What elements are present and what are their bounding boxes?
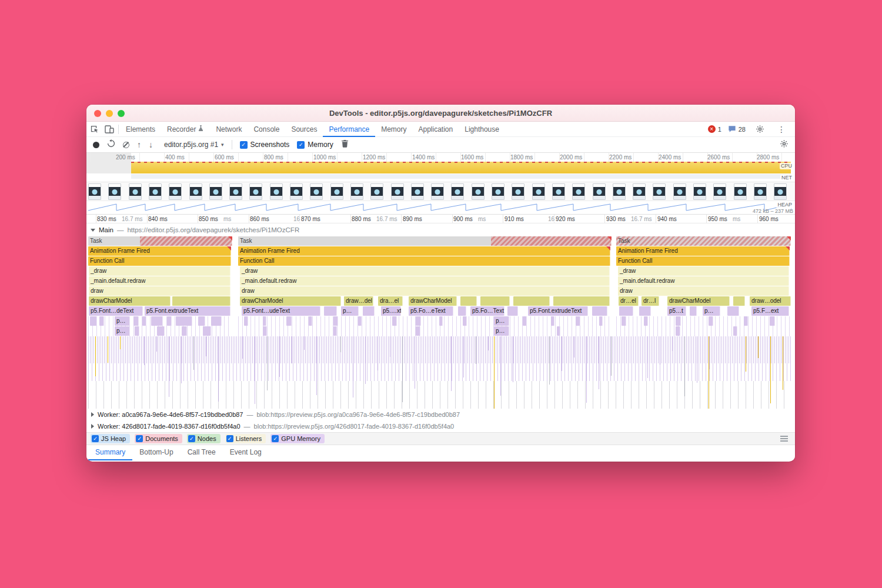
flame-bar-draw[interactable]: _draw xyxy=(618,266,789,276)
flame-bar[interactable] xyxy=(676,316,681,326)
flame-bar-p[interactable]: p… xyxy=(115,326,130,336)
flame-bar-p5-xt[interactable]: p5.…xt xyxy=(381,306,401,316)
flame-bar[interactable] xyxy=(333,326,337,336)
flame-bar-drawcharmodel[interactable]: drawCharModel xyxy=(409,296,457,306)
flame-bar[interactable] xyxy=(599,316,603,326)
flame-bar[interactable] xyxy=(576,316,580,326)
screenshot-thumbnail[interactable] xyxy=(88,183,101,200)
screenshots-toggle[interactable]: Screenshots xyxy=(240,141,290,149)
flame-bar[interactable] xyxy=(744,316,748,326)
bottom-tab-call-tree[interactable]: Call Tree xyxy=(181,445,223,460)
flame-bar[interactable] xyxy=(151,316,163,326)
flame-bar[interactable] xyxy=(622,316,626,326)
flame-bar[interactable] xyxy=(198,316,205,326)
flame-bar[interactable] xyxy=(727,306,739,316)
flame-bar-drawcharmodel[interactable]: drawCharModel xyxy=(667,296,730,306)
timeline-overview[interactable]: 200 ms400 ms600 ms800 ms1000 ms1200 ms14… xyxy=(86,153,795,182)
flame-bar[interactable] xyxy=(358,316,362,326)
screenshot-thumbnail[interactable] xyxy=(229,183,242,200)
legend-menu-icon[interactable] xyxy=(780,438,788,439)
screenshot-thumbnail[interactable] xyxy=(472,183,485,200)
trash-icon[interactable] xyxy=(341,139,349,150)
screenshot-thumbnail[interactable] xyxy=(391,183,404,200)
flame-bar-p[interactable]: p… xyxy=(115,316,130,326)
flame-bar[interactable] xyxy=(709,316,713,326)
record-button[interactable] xyxy=(93,142,99,148)
tab-memory[interactable]: Memory xyxy=(375,122,412,137)
flame-bar-main-default-redraw[interactable]: _main.default.redraw xyxy=(240,276,610,286)
flame-bar[interactable] xyxy=(733,296,745,306)
titlebar[interactable]: DevTools - editor.p5js.org/davepagurek/s… xyxy=(86,105,795,122)
issues-badge[interactable]: 28 xyxy=(728,125,746,133)
memory-checkbox[interactable] xyxy=(297,141,305,149)
flame-bar[interactable] xyxy=(460,296,477,306)
screenshot-thumbnail[interactable] xyxy=(754,183,767,200)
flame-bar[interactable] xyxy=(244,316,248,326)
tab-lighthouse[interactable]: Lighthouse xyxy=(459,122,505,137)
flame-bar-drawcharmodel[interactable]: drawCharModel xyxy=(89,296,171,306)
flame-bar-function-call[interactable]: Function Call xyxy=(88,256,231,266)
flame-bar[interactable] xyxy=(133,316,139,326)
screenshot-thumbnail[interactable] xyxy=(209,183,222,200)
legend-js-heap[interactable]: JS Heap xyxy=(91,434,130,443)
flame-bar-p[interactable]: p… xyxy=(494,316,509,326)
flame-bar[interactable] xyxy=(619,306,633,316)
flame-bar-dr-el[interactable]: dr…el xyxy=(619,296,639,306)
flame-bar-dra-el[interactable]: dra…el xyxy=(378,296,403,306)
flame-bar[interactable] xyxy=(639,306,651,316)
flame-bar-p[interactable]: p… xyxy=(703,306,720,316)
flame-bar-function-call[interactable]: Function Call xyxy=(238,256,610,266)
tab-application[interactable]: Application xyxy=(413,122,459,137)
flame-bar[interactable] xyxy=(324,306,337,316)
flame-bar-p[interactable]: p… xyxy=(494,326,509,336)
flame-bar[interactable] xyxy=(733,326,737,336)
flame-bar[interactable] xyxy=(363,306,375,316)
tab-sources[interactable]: Sources xyxy=(285,122,323,137)
screenshot-thumbnail[interactable] xyxy=(613,183,626,200)
flame-bar[interactable] xyxy=(551,316,554,326)
screenshot-thumbnail[interactable] xyxy=(108,183,121,200)
settings-gear-icon[interactable] xyxy=(752,122,767,137)
flame-bar-draw-del[interactable]: draw…del xyxy=(344,296,373,306)
screenshot-thumbnail[interactable] xyxy=(593,183,606,200)
screenshot-thumbnail[interactable] xyxy=(734,183,747,200)
disclosure-collapsed-icon[interactable] xyxy=(91,424,94,429)
screenshot-thumbnail[interactable] xyxy=(713,183,726,200)
screenshot-thumbnail[interactable] xyxy=(512,183,524,200)
save-profile-icon[interactable]: ↓ xyxy=(149,141,153,149)
bottom-tab-event-log[interactable]: Event Log xyxy=(223,445,269,460)
screenshot-thumbnail[interactable] xyxy=(572,183,585,200)
flame-bar-p[interactable]: p… xyxy=(341,306,359,316)
flame-bar[interactable] xyxy=(286,316,292,326)
flame-bar[interactable] xyxy=(557,326,560,336)
flame-bar[interactable] xyxy=(140,236,232,246)
screenshot-thumbnail[interactable] xyxy=(774,183,787,200)
flame-bar[interactable] xyxy=(176,316,192,326)
flame-bar[interactable] xyxy=(172,296,230,306)
flame-bar-task[interactable]: Task xyxy=(616,236,791,246)
screenshot-thumbnail[interactable] xyxy=(411,183,424,200)
flame-bar-p5-font-extrudetext[interactable]: p5.Font.extrudeText xyxy=(528,306,588,316)
flame-bar[interactable] xyxy=(644,316,648,326)
flame-bar[interactable] xyxy=(592,306,607,316)
flame-bar-draw[interactable]: _draw xyxy=(89,266,230,276)
flame-bar[interactable] xyxy=(135,326,139,336)
flame-chart[interactable]: TaskAnimation Frame FiredFunction Call_d… xyxy=(86,236,795,409)
screenshot-thumbnail[interactable] xyxy=(431,183,444,200)
flame-bar[interactable] xyxy=(99,316,104,326)
screenshot-thumbnail[interactable] xyxy=(189,183,202,200)
bottom-tab-summary[interactable]: Summary xyxy=(88,445,132,460)
flame-bar[interactable] xyxy=(491,236,612,246)
flame-bar[interactable] xyxy=(203,326,211,336)
flame-bar[interactable] xyxy=(263,316,266,326)
legend-listeners[interactable]: Listeners xyxy=(225,434,266,443)
flame-bar[interactable] xyxy=(392,316,397,326)
flame-bar-draw[interactable]: draw xyxy=(618,286,789,296)
heap-overview[interactable]: HEAP 472 kB – 237 MB xyxy=(86,201,795,215)
legend-nodes[interactable]: Nodes xyxy=(187,434,220,443)
flame-bar-draw[interactable]: _draw xyxy=(240,266,610,276)
flame-bar[interactable] xyxy=(676,326,680,336)
legend-checkbox[interactable] xyxy=(92,435,99,442)
flame-bar-function-call[interactable]: Function Call xyxy=(616,256,790,266)
flame-bar-p5-f-ext[interactable]: p5.F…ext xyxy=(751,306,789,316)
